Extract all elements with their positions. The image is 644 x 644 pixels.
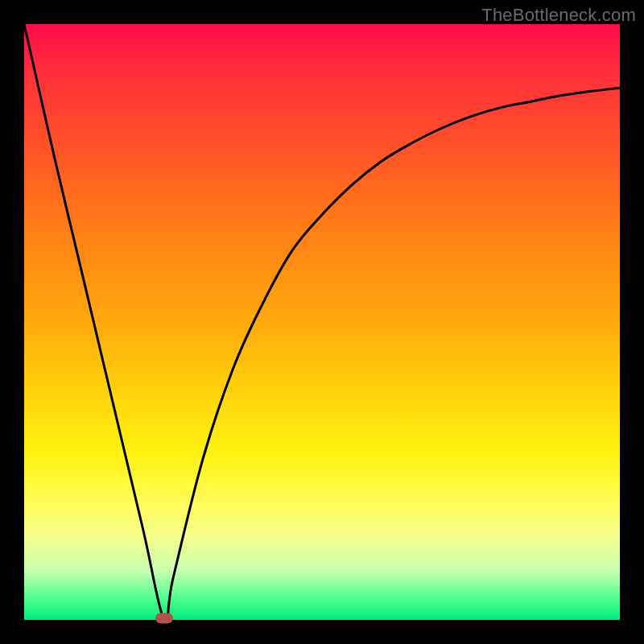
bottleneck-curve bbox=[24, 24, 620, 620]
watermark-text: TheBottleneck.com bbox=[481, 5, 636, 26]
optimum-marker bbox=[155, 613, 173, 624]
plot-area bbox=[24, 24, 620, 620]
chart-frame: TheBottleneck.com bbox=[0, 0, 644, 644]
